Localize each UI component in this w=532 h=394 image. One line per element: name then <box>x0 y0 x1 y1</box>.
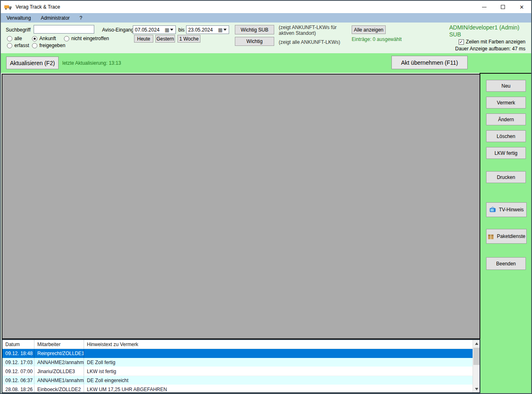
date-from-value[interactable]: 07.05.2024 <box>133 27 165 33</box>
package-icon <box>487 233 494 240</box>
drucken-button[interactable]: Drucken <box>486 171 526 183</box>
checkbox-check-icon: ✓ <box>459 39 464 45</box>
maximize-button[interactable] <box>493 1 512 13</box>
aktualisieren-button[interactable]: Aktualisieren (F2) <box>6 57 59 69</box>
cell-datum: 28.08. 18:26 <box>2 385 34 393</box>
cell-hinweis: DE Zoll fertig <box>84 358 473 367</box>
search-label: Suchbegriff <box>6 27 31 33</box>
app-window: Verag Track & Trace ✕ Verwaltung Adminis… <box>0 0 532 394</box>
table-row[interactable]: 09.12. 07:00 Jinariu/ZOLLDE3 LKW ist fer… <box>2 367 473 376</box>
scrollbar-thumb[interactable] <box>473 348 480 365</box>
maximize-icon <box>501 5 505 9</box>
heute-button[interactable]: Heute <box>134 35 153 43</box>
date-to-value[interactable]: 23.05.2024 <box>186 27 218 33</box>
cell-hinweis: LKW UM 17,25 UHR ABGEFAHREN <box>84 385 473 393</box>
table-scrollbar[interactable] <box>473 340 480 392</box>
radio-ankunft[interactable]: Ankunft <box>32 36 56 41</box>
window-controls: ✕ <box>475 1 531 13</box>
column-header-datum[interactable]: Datum <box>2 340 34 349</box>
minimize-button[interactable] <box>475 1 493 13</box>
menu-administrator[interactable]: Administrator <box>36 14 74 22</box>
wichtig-sub-button[interactable]: Wichtig SUB <box>235 25 274 34</box>
menu-help[interactable]: ? <box>75 14 86 22</box>
eine-woche-button[interactable]: 1 Woche <box>177 35 200 43</box>
search-input[interactable] <box>34 25 94 34</box>
close-button[interactable]: ✕ <box>512 1 531 13</box>
radio-ankunft-label: Ankunft <box>39 36 56 41</box>
neu-button[interactable]: Neu <box>486 80 526 92</box>
radio-alle-label: alle <box>14 36 22 41</box>
user-name-text: ADMIN/developer1 (Admin) <box>449 24 525 31</box>
calendar-icon[interactable]: ▦ <box>165 27 169 32</box>
date-to-picker[interactable]: 23.05.2024 ▦ <box>186 25 229 34</box>
vermerk-table: Datum Mitarbeiter Hinweistext zu Vermerk… <box>2 339 480 393</box>
radio-nicht-eingetroffen[interactable]: nicht eingetroffen <box>64 36 109 41</box>
table-row[interactable]: 09.12. 17:03 ANNAHME2/annahme2 DE Zoll f… <box>2 358 473 367</box>
user-info-block: ADMIN/developer1 (Admin) SUB ✓ Zeilen mi… <box>449 24 525 52</box>
tv-hinweis-button[interactable]: TV-Hinweis <box>486 202 527 217</box>
cell-datum: 09.12. 17:03 <box>2 358 34 367</box>
cell-hinweis: DE Zoll eingereicht <box>84 376 473 385</box>
radio-erfasst[interactable]: erfasst <box>7 43 29 48</box>
calendar-icon[interactable]: ▦ <box>218 27 223 32</box>
radio-erfasst-label: erfasst <box>14 43 29 48</box>
paketdienste-button[interactable]: Paketdienste <box>486 229 527 244</box>
loeschen-button[interactable]: Löschen <box>486 130 526 142</box>
radio-freigegeben-circle <box>32 43 37 48</box>
cell-datum: 09.12. 06:37 <box>2 376 34 385</box>
wichtig-sub-hint: (zeigt ANKUNFT-LKWs für aktiven Standort… <box>279 25 357 36</box>
last-refresh-text: letzte Aktualisierung: 13:13 <box>62 60 121 66</box>
user-sub-text: SUB <box>449 31 525 38</box>
column-header-mitarbeiter[interactable]: Mitarbeiter <box>34 340 84 349</box>
tv-icon <box>489 206 496 213</box>
vermerk-button[interactable]: Vermerk <box>486 97 526 109</box>
radio-freigegeben[interactable]: freigegeben <box>32 43 65 48</box>
lkw-fertig-button[interactable]: LKW fertig <box>486 147 526 159</box>
cell-datum: 09.12. 18:48 <box>2 349 34 358</box>
entries-count-text: Einträge: 0 ausgewählt <box>352 36 402 42</box>
table-row[interactable]: 09.12. 06:37 ANNAHME1/annahme1 DE Zoll e… <box>2 376 473 385</box>
scroll-down-icon[interactable] <box>473 385 480 392</box>
chevron-down-icon[interactable] <box>223 29 227 31</box>
truck-icon <box>4 4 12 10</box>
table-row[interactable]: 28.08. 18:26 Einboeck/ZOLLDE2 LKW UM 17,… <box>2 385 473 393</box>
paketdienste-label: Paketdienste <box>497 233 525 239</box>
column-header-hinweistext[interactable]: Hinweistext zu Vermerk <box>84 340 473 349</box>
cell-hinweis <box>84 349 473 358</box>
scroll-up-icon[interactable] <box>473 340 480 347</box>
wichtig-button[interactable]: Wichtig <box>235 37 274 46</box>
alle-anzeigen-button[interactable]: Alle anzeigen <box>352 25 386 34</box>
main-content-area <box>2 74 480 339</box>
cell-hinweis: LKW ist fertig <box>84 367 473 376</box>
date-from-picker[interactable]: 07.05.2024 ▦ <box>133 25 176 34</box>
render-duration-text: Dauer Anzeige aufbauen: 47 ms <box>449 46 525 52</box>
chevron-down-icon[interactable] <box>170 29 173 31</box>
akt-uebernehmen-button[interactable]: Akt übernehmen (F11) <box>391 56 468 69</box>
aviso-label: Aviso-Eingang <box>102 27 134 33</box>
radio-freigegeben-label: freigegeben <box>39 43 65 48</box>
cell-mitarbeiter: Reinprecht/ZOLLDE1 <box>34 349 84 358</box>
radio-erfasst-circle <box>7 43 12 48</box>
menu-verwaltung[interactable]: Verwaltung <box>2 14 35 22</box>
cell-mitarbeiter: ANNAHME1/annahme1 <box>34 376 84 385</box>
rows-color-checkbox[interactable]: ✓ Zeilen mit Farben anzeigen <box>449 39 525 45</box>
window-title: Verag Track & Trace <box>16 4 60 10</box>
radio-alle[interactable]: alle <box>7 36 22 41</box>
bis-label: bis <box>178 27 184 33</box>
radio-nicht-eingetroffen-circle <box>64 36 69 41</box>
action-bar: Aktualisieren (F2) letzte Aktualisierung… <box>1 53 531 73</box>
radio-nicht-eingetroffen-label: nicht eingetroffen <box>71 36 109 41</box>
radio-alle-circle <box>7 36 12 41</box>
menu-bar: Verwaltung Administrator ? <box>1 13 531 23</box>
table-row[interactable]: 09.12. 18:48 Reinprecht/ZOLLDE1 <box>2 349 473 358</box>
cell-mitarbeiter: Jinariu/ZOLLDE3 <box>34 367 84 376</box>
cell-mitarbeiter: ANNAHME2/annahme2 <box>34 358 84 367</box>
aendern-button[interactable]: Ändern <box>486 113 526 125</box>
beenden-button[interactable]: Beenden <box>486 257 526 270</box>
title-bar: Verag Track & Trace ✕ <box>1 1 531 13</box>
sidebar: Neu Vermerk Ändern Löschen LKW fertig Dr… <box>480 73 531 393</box>
filter-panel: Suchbegriff alle Ankunft nicht eingetrof… <box>1 23 531 53</box>
gestern-button[interactable]: Gestern <box>155 35 175 43</box>
radio-ankunft-circle <box>32 36 37 41</box>
cell-datum: 09.12. 07:00 <box>2 367 34 376</box>
